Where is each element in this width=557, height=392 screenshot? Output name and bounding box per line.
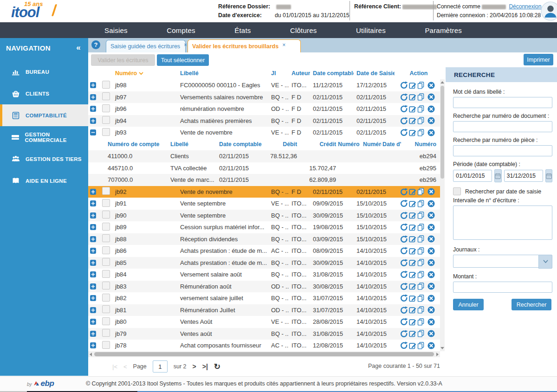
revalidate-icon[interactable] bbox=[400, 188, 408, 196]
expand-row-icon[interactable] bbox=[90, 248, 96, 254]
table-row[interactable]: jb82versement salaire juilletBQ - ...ITO… bbox=[88, 292, 440, 304]
expand-row-icon[interactable] bbox=[90, 319, 96, 325]
copy-icon[interactable] bbox=[417, 224, 424, 231]
copy-icon[interactable] bbox=[417, 129, 424, 136]
table-row[interactable]: jb86Achats prestation : étude de m...AC … bbox=[88, 245, 440, 257]
tab-valider-ecritures[interactable]: Valider les écritures brouillards × bbox=[188, 39, 301, 52]
copy-icon[interactable] bbox=[417, 283, 424, 290]
vertical-scrollbar[interactable] bbox=[440, 79, 445, 351]
revalidate-icon[interactable] bbox=[400, 223, 408, 231]
scroll-left-icon[interactable] bbox=[90, 353, 92, 356]
revalidate-icon[interactable] bbox=[400, 81, 408, 89]
row-checkbox[interactable] bbox=[102, 294, 110, 302]
interval-textarea[interactable] bbox=[453, 206, 552, 240]
subtable-row[interactable]: 707000.0Vente de marc...02/11/201562.809… bbox=[88, 174, 440, 186]
copy-icon[interactable] bbox=[417, 318, 424, 326]
edit-icon[interactable] bbox=[409, 235, 416, 243]
search-button[interactable]: Rechercher bbox=[512, 299, 551, 310]
table-row[interactable]: jb83Rémunération aoûtOD - ...ITO...30/08… bbox=[88, 281, 440, 293]
menu-etats[interactable]: États bbox=[234, 26, 251, 34]
sidebar-item-aide[interactable]: AIDE EN LIGNE bbox=[0, 170, 88, 192]
prev-page-button[interactable]: < bbox=[123, 363, 127, 370]
edit-icon[interactable] bbox=[409, 283, 416, 290]
menu-comptes[interactable]: Comptes bbox=[167, 26, 195, 34]
delete-icon[interactable] bbox=[427, 129, 435, 136]
edit-icon[interactable] bbox=[409, 105, 416, 113]
delete-icon[interactable] bbox=[427, 306, 435, 314]
table-row[interactable]: jb91Vente septembreVE - ...ITO...09/09/2… bbox=[88, 198, 440, 210]
horizontal-scrollbar[interactable] bbox=[88, 351, 440, 357]
revalidate-icon[interactable] bbox=[400, 270, 408, 278]
delete-icon[interactable] bbox=[427, 247, 435, 255]
revalidate-icon[interactable] bbox=[400, 235, 408, 243]
expand-row-icon[interactable] bbox=[90, 295, 96, 301]
copy-icon[interactable] bbox=[417, 295, 424, 302]
edit-icon[interactable] bbox=[409, 93, 416, 101]
edit-icon[interactable] bbox=[409, 247, 416, 255]
select-all-button[interactable]: Tout sélectionner bbox=[157, 54, 209, 66]
copy-icon[interactable] bbox=[417, 235, 424, 243]
revalidate-icon[interactable] bbox=[400, 283, 408, 290]
table-row[interactable]: jb97Versements salaires novembreBQ - ...… bbox=[88, 91, 440, 103]
validate-entries-button[interactable]: Valider les écritures bbox=[91, 54, 155, 66]
keyword-input[interactable] bbox=[453, 97, 552, 108]
tab-saisie-guidee[interactable]: Saisie guidée des écritures × bbox=[106, 40, 186, 52]
edit-icon[interactable] bbox=[409, 342, 416, 349]
expand-row-icon[interactable] bbox=[90, 118, 96, 124]
expand-row-icon[interactable] bbox=[90, 342, 96, 348]
scroll-down-icon[interactable] bbox=[440, 347, 444, 349]
menu-parametres[interactable]: Paramètres bbox=[425, 26, 462, 34]
close-icon[interactable]: × bbox=[282, 42, 285, 48]
delete-icon[interactable] bbox=[427, 330, 435, 337]
edit-icon[interactable] bbox=[409, 295, 416, 302]
table-row[interactable]: jb78Achat composants fournisseurAC - ...… bbox=[88, 340, 440, 351]
sidebar-item-gestion-tiers[interactable]: GESTION DES TIERS bbox=[0, 148, 88, 170]
revalidate-icon[interactable] bbox=[400, 330, 408, 338]
revalidate-icon[interactable] bbox=[400, 129, 408, 136]
column-header-date-saisie[interactable]: Date de Saisie bbox=[354, 70, 395, 77]
edit-icon[interactable] bbox=[409, 224, 416, 231]
page-number-input[interactable] bbox=[153, 360, 168, 373]
copy-icon[interactable] bbox=[417, 306, 424, 314]
revalidate-icon[interactable] bbox=[400, 306, 408, 314]
expand-row-icon[interactable] bbox=[90, 271, 96, 277]
journaux-select[interactable] bbox=[453, 255, 538, 268]
help-icon[interactable]: ? bbox=[91, 40, 100, 49]
delete-icon[interactable] bbox=[427, 82, 435, 89]
table-row[interactable]: jb80Ventes AoûtVE - ...ITO...28/08/20151… bbox=[88, 316, 440, 328]
delete-icon[interactable] bbox=[427, 105, 435, 113]
montant-input[interactable] bbox=[453, 282, 552, 293]
vertical-scroll-thumb[interactable] bbox=[440, 86, 444, 179]
delete-icon[interactable] bbox=[427, 283, 435, 290]
first-page-button[interactable]: |< bbox=[112, 363, 117, 370]
row-checkbox[interactable] bbox=[102, 128, 110, 136]
copy-icon[interactable] bbox=[417, 330, 424, 337]
expand-row-icon[interactable] bbox=[90, 82, 96, 88]
menu-saisies[interactable]: Saisies bbox=[104, 26, 128, 34]
expand-row-icon[interactable] bbox=[90, 106, 96, 112]
expand-row-icon[interactable] bbox=[90, 236, 96, 242]
print-button[interactable]: Imprimer bbox=[524, 54, 553, 65]
expand-row-icon[interactable] bbox=[90, 200, 96, 206]
copy-icon[interactable] bbox=[417, 82, 424, 89]
last-page-button[interactable]: >| bbox=[202, 363, 208, 370]
table-row[interactable]: jb92Vente de novembreBQ - ...F D02/11/20… bbox=[88, 186, 440, 198]
delete-icon[interactable] bbox=[427, 200, 435, 207]
copy-icon[interactable] bbox=[417, 259, 424, 266]
row-checkbox[interactable] bbox=[102, 329, 110, 337]
sidebar-item-gestion-commerciale[interactable]: GESTION COMMERCIALE bbox=[0, 126, 88, 148]
cancel-button[interactable]: Annuler bbox=[453, 299, 484, 310]
row-checkbox[interactable] bbox=[102, 317, 110, 325]
revalidate-icon[interactable] bbox=[400, 117, 408, 125]
delete-icon[interactable] bbox=[427, 259, 435, 266]
edit-icon[interactable] bbox=[409, 188, 416, 195]
revalidate-icon[interactable] bbox=[400, 199, 408, 207]
expand-row-icon[interactable] bbox=[90, 331, 96, 337]
delete-icon[interactable] bbox=[427, 342, 435, 349]
expand-row-icon[interactable] bbox=[90, 283, 96, 289]
expand-row-icon[interactable] bbox=[90, 94, 96, 100]
row-checkbox[interactable] bbox=[102, 223, 110, 231]
table-row[interactable]: jb89Cession surplus matériel infor...BQ … bbox=[88, 221, 440, 233]
table-row[interactable]: jb85Achats prestation : étude de m...BQ … bbox=[88, 257, 440, 269]
delete-icon[interactable] bbox=[427, 212, 435, 219]
